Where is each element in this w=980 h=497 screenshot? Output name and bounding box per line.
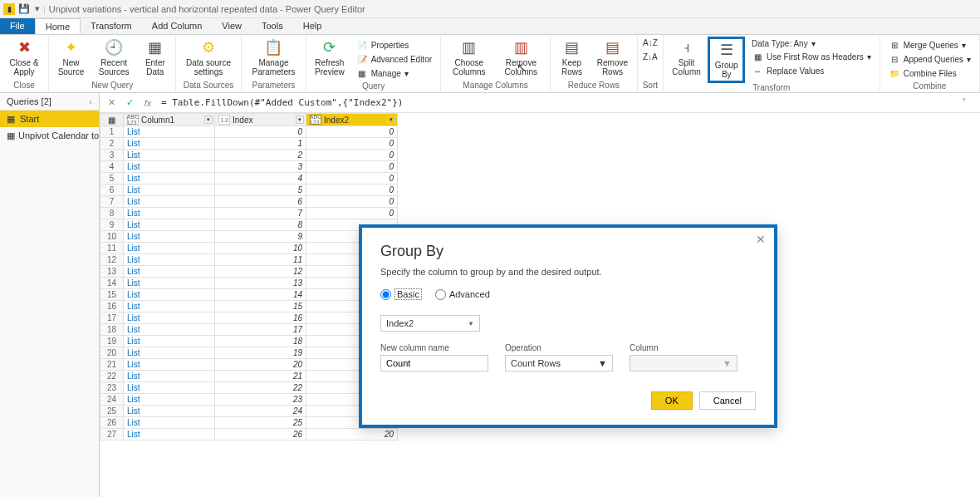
cell-index2[interactable]: 0 [306,138,398,150]
row-number[interactable]: 16 [100,301,124,312]
table-row[interactable]: 23List22 [100,382,398,394]
table-row[interactable]: 5List40 [100,173,398,185]
table-row[interactable]: 3List20 [100,150,398,161]
close-apply-button[interactable]: ✖ Close & Apply [3,37,45,78]
table-corner-button[interactable]: ▦ [100,114,124,126]
formula-fx-icon[interactable]: fx [141,96,154,110]
data-type-button[interactable]: Data Type: Any ▾ [748,38,875,49]
append-queries-button[interactable]: ⊟Append Queries ▾ [885,52,974,66]
cell-index[interactable]: 15 [215,301,306,312]
cell-index2[interactable]: 0 [306,208,398,219]
cell-index[interactable]: 9 [215,231,306,243]
row-number[interactable]: 24 [100,394,124,406]
cell-list[interactable]: List [124,208,215,219]
cell-list[interactable]: List [124,278,215,289]
operation-dropdown[interactable]: Count Rows ▼ [505,355,613,372]
cell-index[interactable]: 6 [215,196,306,208]
radio-advanced[interactable]: Advanced [435,288,490,300]
choose-columns-button[interactable]: ▥ Choose Columns [444,37,494,78]
cell-index2[interactable]: 0 [306,161,398,173]
cell-list[interactable]: List [124,219,215,231]
cell-list[interactable]: List [124,394,215,406]
cell-list[interactable]: List [124,336,215,347]
group-column-dropdown[interactable]: Index2 ▼ [380,315,480,332]
first-row-headers-button[interactable]: ▦Use First Row as Headers ▾ [748,50,875,63]
row-number[interactable]: 25 [100,406,124,417]
column-header-index[interactable]: 1.2Index ▾ [215,114,306,126]
row-number[interactable]: 11 [100,243,124,254]
cell-list[interactable]: List [124,138,215,150]
cell-index[interactable]: 4 [215,173,306,185]
table-row[interactable]: 8List70 [100,208,398,219]
table-row[interactable]: 11List10 [100,243,398,254]
table-row[interactable]: 4List30 [100,161,398,173]
cell-list[interactable]: List [124,161,215,173]
column-header-column1[interactable]: ABC 123Column1 ▾ [124,114,215,126]
row-number[interactable]: 14 [100,278,124,289]
tab-file[interactable]: File [0,18,35,34]
cell-index[interactable]: 16 [215,312,306,324]
row-number[interactable]: 20 [100,347,124,359]
formula-input[interactable]: = Table.FillDown(#"Added Custom",{"Index… [159,96,957,110]
cell-index[interactable]: 18 [215,336,306,347]
cell-index[interactable]: 2 [215,150,306,161]
refresh-preview-button[interactable]: ⟳ Refresh Preview [310,37,350,78]
cell-list[interactable]: List [124,289,215,301]
table-row[interactable]: 17List16 [100,312,398,324]
row-number[interactable]: 6 [100,185,124,196]
cell-list[interactable]: List [124,324,215,336]
cell-list[interactable]: List [124,266,215,278]
row-number[interactable]: 22 [100,371,124,382]
cell-index[interactable]: 0 [215,126,306,138]
table-row[interactable]: 7List60 [100,196,398,208]
cell-list[interactable]: List [124,301,215,312]
table-row[interactable]: 14List13 [100,278,398,289]
row-number[interactable]: 2 [100,138,124,150]
cell-index[interactable]: 7 [215,208,306,219]
table-row[interactable]: 16List15 [100,301,398,312]
table-row[interactable]: 13List12 [100,266,398,278]
row-number[interactable]: 27 [100,429,124,440]
cell-index[interactable]: 20 [215,359,306,371]
row-number[interactable]: 19 [100,336,124,347]
cell-list[interactable]: List [124,359,215,371]
query-item[interactable]: ▦Unpivot Calendar to T... [0,127,99,144]
manage-parameters-button[interactable]: 📋 Manage Parameters [245,37,302,78]
cell-index2[interactable]: 20 [306,429,398,440]
formula-expand-icon[interactable]: ˅ [962,97,975,108]
manage-query-button[interactable]: ▦Manage ▾ [353,66,435,80]
merge-queries-button[interactable]: ⊞Merge Queries ▾ [885,38,974,52]
cell-list[interactable]: List [124,150,215,161]
row-number[interactable]: 4 [100,161,124,173]
new-column-input[interactable] [380,355,488,372]
type-icon-decimal[interactable]: 1.2 [218,115,230,125]
cell-index2[interactable]: 0 [306,173,398,185]
row-number[interactable]: 26 [100,417,124,429]
table-row[interactable]: 6List50 [100,185,398,196]
undo-dropdown-icon[interactable]: ▾ [35,3,40,14]
table-row[interactable]: 22List21 [100,371,398,382]
cancel-button[interactable]: Cancel [699,391,756,410]
filter-dropdown-icon[interactable]: ▾ [387,116,395,124]
table-row[interactable]: 26List2520 [100,417,398,429]
cell-index2[interactable]: 0 [306,126,398,138]
formula-commit-icon[interactable]: ✓ [123,96,136,110]
cell-list[interactable]: List [124,417,215,429]
cell-list[interactable]: List [124,126,215,138]
table-row[interactable]: 25List2420 [100,406,398,417]
row-number[interactable]: 1 [100,126,124,138]
cell-index[interactable]: 10 [215,243,306,254]
cell-index[interactable]: 22 [215,382,306,394]
table-row[interactable]: 21List20 [100,359,398,371]
cell-list[interactable]: List [124,406,215,417]
cell-list[interactable]: List [124,382,215,394]
enter-data-button[interactable]: ▦ Enter Data [139,37,173,78]
row-number[interactable]: 21 [100,359,124,371]
table-row[interactable]: 18List17 [100,324,398,336]
cell-index2[interactable]: 0 [306,150,398,161]
query-item[interactable]: ▦Start [0,111,99,127]
sort-asc-button[interactable]: A↓Z [641,37,659,49]
cell-index[interactable]: 17 [215,324,306,336]
formula-cancel-icon[interactable]: ✕ [105,96,118,110]
group-by-button[interactable]: ☰ Group By [708,37,745,83]
